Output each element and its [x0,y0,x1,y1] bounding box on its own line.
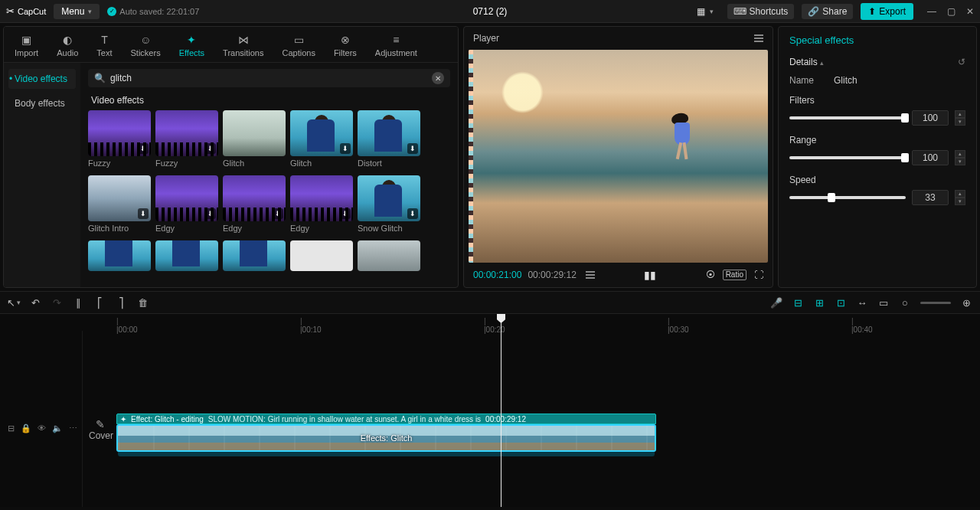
scan-icon[interactable]: ⦿ [706,270,715,280]
list-icon[interactable] [586,270,595,280]
effect-thumb[interactable]: ⬇Glitch [290,110,353,168]
effect-thumb[interactable] [223,240,286,271]
reset-icon[interactable]: ↺ [958,57,965,67]
playhead[interactable] [501,314,501,507]
tab-adjustment[interactable]: ≡Adjustment [371,30,422,62]
share-button[interactable]: 🔗 Share [802,4,853,19]
tab-transitions[interactable]: ⋈Transitions [218,30,268,62]
time-ruler[interactable]: |00:00 |00:10 |00:20 |00:30 |00:40 [0,314,980,331]
timeline[interactable]: |00:00 |00:10 |00:20 |00:30 |00:40 ⊟ 🔒 👁… [0,314,980,507]
search-icon: 🔍 [94,73,106,83]
fullscreen-icon[interactable]: ⛶ [754,270,763,280]
align-icon[interactable]: ↔ [856,296,868,309]
range-slider[interactable] [789,156,906,159]
subnav-video-effects[interactable]: Video effects [8,69,76,89]
search-field[interactable]: 🔍 ✕ [88,69,450,87]
effect-thumb[interactable]: Glitch [223,110,286,168]
filters-stepper[interactable]: ▴▾ [955,110,965,126]
ratio-button[interactable]: Ratio [723,270,746,280]
speed-value[interactable]: 33 [912,190,949,205]
lock-icon[interactable]: 🔒 [21,423,31,433]
effect-clip-bar[interactable]: ✦ Effect: Glitch - editing SLOW MOTION: … [116,414,656,424]
effect-thumb[interactable] [290,240,353,271]
effect-label: Edgy [155,224,218,233]
mute-icon[interactable]: 🔈 [52,423,63,433]
video-clip-bar[interactable]: Effects: Glitch [116,424,656,452]
effect-thumb[interactable]: ⬇Edgy [223,175,286,233]
shortcuts-button[interactable]: ⌨ Shortcuts [727,4,795,19]
menu-button[interactable]: Menu [54,4,100,19]
zoom-slider[interactable] [920,302,951,304]
sparkle-icon: ✦ [120,415,126,423]
zoom-in-button[interactable]: ⊕ [960,296,972,309]
effect-thumb[interactable]: ⬇Glitch Intro [88,175,151,233]
effect-thumb[interactable] [88,240,151,271]
zoom-out-button[interactable]: ○ [899,296,911,309]
tab-captions[interactable]: ▭Captions [277,30,319,62]
tab-text[interactable]: TText [92,30,116,62]
download-icon[interactable]: ⬇ [340,143,351,154]
pointer-tool[interactable]: ↖ [8,296,20,309]
effect-thumb[interactable] [358,240,420,271]
split-right-button[interactable]: ⎤ [115,296,127,309]
adjustment-icon: ≡ [389,33,403,47]
search-input[interactable] [110,73,427,83]
tab-import[interactable]: ▣Import [10,30,43,62]
download-icon[interactable]: ⬇ [138,143,149,154]
effect-thumb[interactable]: ⬇Edgy [290,175,353,233]
effect-thumb[interactable]: ⬇Edgy [155,175,218,233]
export-button[interactable]: ⬆ Export [861,3,913,20]
redo-button[interactable]: ↷ [51,296,63,309]
snap-track-icon[interactable]: ⊞ [813,296,825,309]
filters-value[interactable]: 100 [912,110,949,126]
speed-slider[interactable] [789,196,906,199]
split-left-button[interactable]: ⎡ [93,296,106,309]
snap-main-icon[interactable]: ⊟ [792,296,804,309]
layout-button[interactable]: ▦ [691,4,720,19]
tab-audio[interactable]: ◐Audio [52,30,83,62]
undo-button[interactable]: ↶ [29,296,41,309]
download-icon[interactable]: ⬇ [273,208,283,219]
effect-thumb[interactable] [155,240,218,271]
download-icon[interactable]: ⬇ [407,208,418,219]
more-icon[interactable]: ⋯ [69,423,77,433]
delete-button[interactable]: 🗑 [136,296,149,309]
speed-stepper[interactable]: ▴▾ [955,190,965,205]
cover-button[interactable]: ✎ Cover [89,418,112,441]
download-icon[interactable]: ⬇ [205,143,216,154]
download-icon[interactable]: ⬇ [205,208,216,219]
filters-label: Filters [789,95,965,106]
clip-center-label: Effects: Glitch [118,433,655,443]
clear-search-button[interactable]: ✕ [432,72,444,84]
effect-thumb[interactable]: ⬇Fuzzy [88,110,151,168]
timeline-clip[interactable]: ✦ Effect: Glitch - editing SLOW MOTION: … [116,414,656,456]
toggle-icon[interactable]: ⊟ [8,423,15,433]
filters-slider[interactable] [789,116,906,119]
effect-thumb[interactable]: ⬇Fuzzy [155,110,218,168]
close-button[interactable]: ✕ [966,6,974,17]
maximize-button[interactable]: ▢ [947,6,956,17]
minimize-button[interactable]: — [927,6,936,17]
details-header[interactable]: Details ▴ [789,57,824,67]
range-stepper[interactable]: ▴▾ [955,150,965,165]
preview-icon[interactable]: ▭ [877,296,890,309]
player-viewport[interactable] [469,50,768,263]
project-title: 0712 (2) [473,6,508,17]
tab-effects[interactable]: ✦Effects [175,30,209,62]
subnav-body-effects[interactable]: Body effects [8,93,76,113]
mic-icon[interactable]: 🎤 [770,296,782,309]
tab-stickers[interactable]: ☺Stickers [126,30,165,62]
download-icon[interactable]: ⬇ [340,208,351,219]
snap-link-icon[interactable]: ⊡ [835,296,847,309]
split-button[interactable]: ∥ [72,296,84,309]
range-value[interactable]: 100 [912,150,949,165]
pause-button[interactable]: ▮▮ [644,269,656,281]
tab-filters[interactable]: ⊗Filters [329,30,361,62]
effect-thumb[interactable]: ⬇Snow Glitch [358,175,420,233]
download-icon[interactable]: ⬇ [138,208,149,219]
player-menu-icon[interactable] [754,33,763,44]
eye-icon[interactable]: 👁 [38,423,46,433]
share-icon: 🔗 [808,6,819,17]
download-icon[interactable]: ⬇ [407,143,418,154]
effect-thumb[interactable]: ⬇Distort [358,110,420,168]
